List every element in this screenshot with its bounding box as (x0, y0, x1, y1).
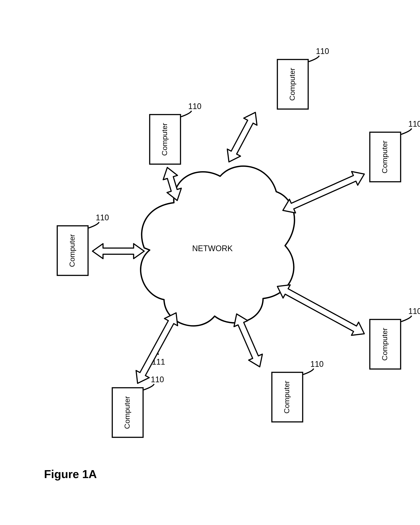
computer-label: Computer (380, 328, 389, 361)
computer-ref: 110 (151, 375, 164, 384)
double-arrow (92, 244, 144, 259)
computer-node: Computer110 (150, 102, 201, 164)
computer-node: Computer110 (112, 375, 164, 437)
double-arrow (136, 313, 178, 383)
ref-leader (309, 56, 319, 62)
computer-node: Computer110 (370, 119, 420, 182)
computer-ref: 110 (408, 119, 420, 128)
computer-label: Computer (160, 123, 169, 156)
computer-ref: 110 (310, 360, 324, 369)
network-label: NETWORK (192, 244, 233, 253)
figure-label: Figure 1A (44, 468, 97, 480)
computer-node: Computer110 (272, 360, 324, 422)
computer-label: Computer (123, 396, 131, 429)
computer-ref: 110 (408, 307, 420, 316)
computer-ref: 110 (316, 47, 329, 56)
network-cloud: NETWORK (141, 166, 294, 326)
ref-leader (181, 111, 192, 117)
computer-label: Computer (283, 381, 291, 413)
ref-leader (303, 369, 314, 375)
ref-leader (144, 384, 154, 390)
computer-node: Computer110 (370, 307, 420, 369)
computer-label: Computer (380, 141, 389, 173)
ref-leader (89, 222, 99, 228)
computer-label: Computer (288, 68, 296, 101)
double-arrow (277, 285, 364, 335)
computer-ref: 110 (188, 102, 201, 111)
ref-leader (401, 128, 412, 134)
computer-node: Computer110 (277, 47, 329, 109)
double-arrow (234, 314, 262, 367)
ref-leader (401, 316, 412, 322)
computer-node: Computer110 (57, 213, 109, 275)
double-arrow (283, 171, 364, 213)
computer-ref: 110 (96, 213, 109, 222)
double-arrow (227, 112, 257, 162)
computer-label: Computer (68, 234, 76, 267)
